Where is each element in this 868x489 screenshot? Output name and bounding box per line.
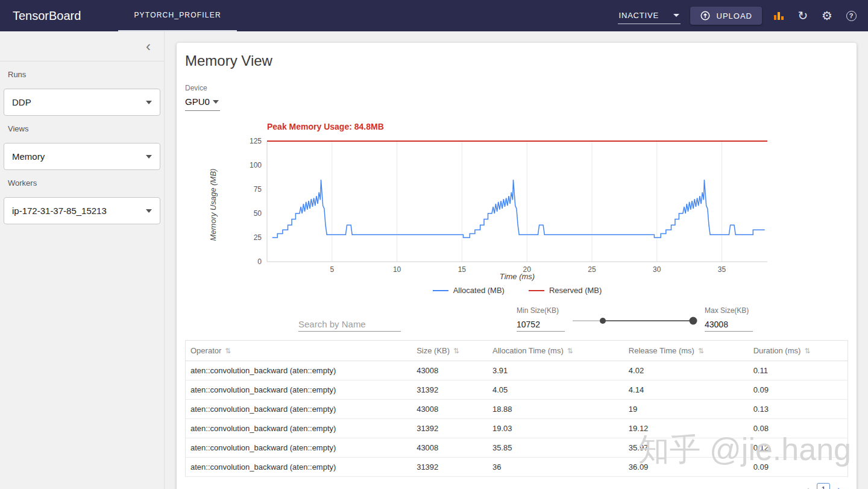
views-value: Memory <box>12 151 45 162</box>
svg-text:10: 10 <box>393 265 401 274</box>
max-size-label: Max Size(KB) <box>705 306 753 315</box>
header-actions: INACTIVE UPLOAD ↻ ⚙ ? <box>618 7 858 25</box>
refresh-icon[interactable]: ↻ <box>796 8 810 23</box>
svg-text:50: 50 <box>254 209 262 218</box>
sort-icon[interactable]: ⇅ <box>804 347 810 355</box>
min-size-label: Min Size(KB) <box>517 306 565 315</box>
svg-text:75: 75 <box>254 185 262 194</box>
table-header-row: Operator⇅Size (KB)⇅Allocation Time (ms)⇅… <box>186 341 848 361</box>
memory-view-card: Memory View Device GPU0 Peak Memory Usag… <box>177 43 857 489</box>
svg-text:Time (ms): Time (ms) <box>500 272 535 281</box>
help-icon[interactable]: ? <box>844 8 858 23</box>
sort-icon[interactable]: ⇅ <box>698 347 704 355</box>
workers-select[interactable]: ip-172-31-37-85_15213 <box>4 197 160 224</box>
device-label: Device <box>185 84 857 92</box>
bar-chart-icon[interactable] <box>772 8 786 23</box>
search-input[interactable] <box>298 317 401 332</box>
device-value: GPU0 <box>185 96 210 107</box>
size-range-slider[interactable] <box>573 317 693 324</box>
main-content: Memory View Device GPU0 Peak Memory Usag… <box>165 31 868 489</box>
workers-section: Workers ip-172-31-37-85_15213 <box>0 178 164 224</box>
workers-label: Workers <box>8 178 164 188</box>
table-row[interactable]: aten::convolution_backward (aten::empty)… <box>186 361 848 380</box>
operator-table: Operator⇅Size (KB)⇅Allocation Time (ms)⇅… <box>185 340 848 477</box>
table-row[interactable]: aten::convolution_backward (aten::empty)… <box>186 458 848 477</box>
svg-text:25: 25 <box>254 233 262 242</box>
views-section: Views Memory <box>0 124 164 170</box>
page-title: Memory View <box>177 43 857 69</box>
column-header[interactable]: Release Time (ms)⇅ <box>624 341 749 361</box>
svg-text:30: 30 <box>653 265 661 274</box>
svg-text:15: 15 <box>458 265 467 274</box>
svg-text:5: 5 <box>330 265 334 274</box>
chevron-down-icon <box>673 14 679 17</box>
chevron-down-icon <box>146 209 152 213</box>
status-label: INACTIVE <box>619 11 659 20</box>
memory-usage-chart: 51015202530350255075100125Time (ms) <box>237 136 767 283</box>
y-axis-label: Memory Usage (MB) <box>209 154 218 256</box>
app-title: TensorBoard <box>13 9 81 23</box>
runs-label: Runs <box>8 70 164 79</box>
chart-legend: Allocated (MB)Reserved (MB) <box>267 286 767 295</box>
table-row[interactable]: aten::convolution_backward (aten::empty)… <box>186 380 848 400</box>
table-row[interactable]: aten::convolution_backward (aten::empty)… <box>186 438 848 458</box>
sort-icon[interactable]: ⇅ <box>453 347 459 355</box>
filter-row: Min Size(KB) Max Size(KB) <box>298 303 857 332</box>
upload-icon <box>700 10 711 21</box>
chevron-down-icon <box>146 155 152 159</box>
views-label: Views <box>8 124 164 133</box>
sidebar: ‹ Runs DDP Views Memory Workers ip-172-3… <box>0 31 165 489</box>
memory-chart-area: Peak Memory Usage: 84.8MB Memory Usage (… <box>213 122 804 297</box>
legend-item[interactable]: Allocated (MB) <box>433 286 505 295</box>
previous-page-icon[interactable]: ‹ <box>806 484 810 489</box>
collapse-sidebar-icon[interactable]: ‹ <box>146 39 151 54</box>
pagination: ‹ 1 › <box>177 483 841 489</box>
next-page-icon[interactable]: › <box>837 484 841 489</box>
views-select[interactable]: Memory <box>4 143 160 170</box>
svg-text:125: 125 <box>250 137 262 145</box>
upload-label: UPLOAD <box>717 11 752 21</box>
slider-min-handle[interactable] <box>600 318 606 324</box>
sidebar-collapse-row: ‹ <box>0 31 164 62</box>
tab-pytorch-profiler[interactable]: PYTORCH_PROFILER <box>118 0 236 31</box>
column-header[interactable]: Operator⇅ <box>186 341 412 361</box>
svg-text:25: 25 <box>588 265 596 274</box>
column-header[interactable]: Size (KB)⇅ <box>412 341 488 361</box>
table-row[interactable]: aten::convolution_backward (aten::empty)… <box>186 400 848 419</box>
settings-gear-icon[interactable]: ⚙ <box>820 8 834 23</box>
runs-section: Runs DDP <box>0 70 164 116</box>
runs-select[interactable]: DDP <box>4 89 160 116</box>
svg-text:100: 100 <box>250 161 262 169</box>
legend-line-icon <box>433 290 448 291</box>
page-number[interactable]: 1 <box>817 483 830 489</box>
svg-text:35: 35 <box>718 265 726 274</box>
min-size-group: Min Size(KB) <box>517 306 565 332</box>
column-header[interactable]: Duration (ms)⇅ <box>749 341 848 361</box>
legend-item[interactable]: Reserved (MB) <box>529 286 602 295</box>
max-size-group: Max Size(KB) <box>705 306 753 332</box>
app-header: TensorBoard PYTORCH_PROFILER INACTIVE UP… <box>0 0 868 31</box>
slider-active-range <box>603 320 693 321</box>
runs-value: DDP <box>12 97 31 107</box>
max-size-input[interactable] <box>705 318 753 332</box>
table-row[interactable]: aten::convolution_backward (aten::empty)… <box>186 419 848 438</box>
sort-icon[interactable]: ⇅ <box>225 347 231 355</box>
status-dropdown[interactable]: INACTIVE <box>618 7 681 24</box>
tab-bar: PYTORCH_PROFILER <box>118 0 236 31</box>
upload-button[interactable]: UPLOAD <box>690 7 762 25</box>
sort-icon[interactable]: ⇅ <box>567 347 573 355</box>
legend-line-icon <box>529 290 544 291</box>
svg-text:0: 0 <box>257 257 262 266</box>
column-header[interactable]: Allocation Time (ms)⇅ <box>488 341 624 361</box>
device-select[interactable]: GPU0 <box>185 95 220 111</box>
peak-memory-title: Peak Memory Usage: 84.8MB <box>267 122 804 131</box>
workers-value: ip-172-31-37-85_15213 <box>12 206 107 216</box>
chevron-down-icon <box>213 100 219 104</box>
min-size-input[interactable] <box>517 318 565 332</box>
slider-max-handle[interactable] <box>690 317 697 325</box>
chevron-down-icon <box>146 101 152 104</box>
